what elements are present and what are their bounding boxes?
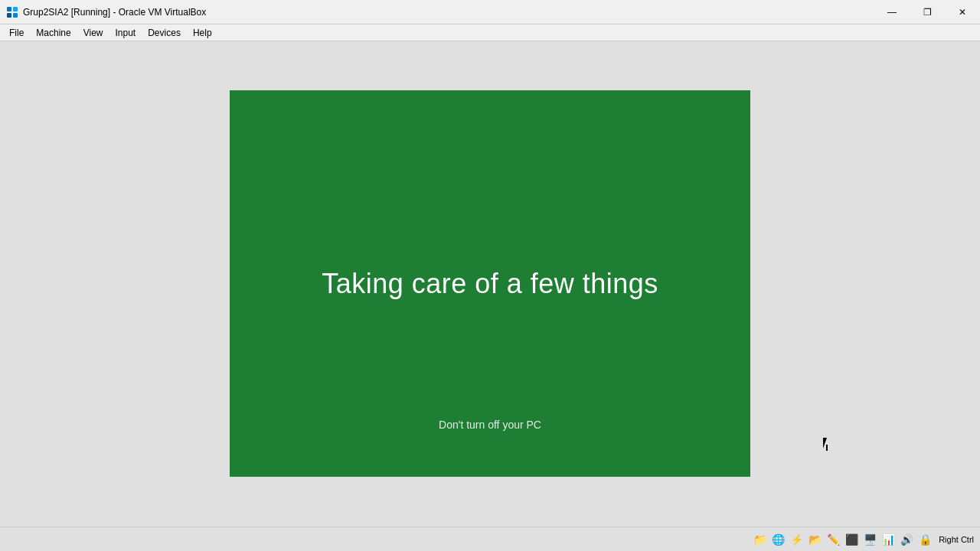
menu-view[interactable]: View [77, 26, 109, 40]
vm-main-text: Taking care of a few things [322, 268, 658, 300]
menu-help[interactable]: Help [187, 26, 218, 40]
svg-rect-1 [13, 7, 18, 11]
taskbar-icon-6[interactable]: ⬛ [844, 532, 859, 547]
menu-file[interactable]: File [3, 26, 30, 40]
vm-screen[interactable]: Taking care of a few things Don't turn o… [230, 90, 750, 477]
close-button[interactable]: ✕ [945, 0, 980, 24]
taskbar-icon-2[interactable]: 🌐 [770, 532, 786, 547]
restore-button[interactable]: ❐ [910, 0, 945, 24]
menu-input[interactable]: Input [109, 26, 142, 40]
taskbar-icon-1[interactable]: 📁 [752, 532, 767, 547]
virtualbox-icon [6, 6, 18, 18]
svg-rect-2 [7, 13, 11, 18]
menu-bar: File Machine View Input Devices Help [0, 24, 980, 41]
svg-rect-0 [7, 7, 11, 11]
minimize-button[interactable]: — [874, 0, 910, 24]
taskbar-icon-10[interactable]: 🔒 [917, 532, 933, 547]
title-bar-left: Grup2SIA2 [Running] - Oracle VM VirtualB… [6, 6, 206, 18]
taskbar-right: 📁 🌐 ⚡ 📂 ✏️ ⬛ 🖥️ 📊 🔊 🔒 Right Ctrl [752, 532, 977, 547]
right-ctrl-label: Right Ctrl [936, 535, 977, 544]
taskbar-icon-8[interactable]: 📊 [880, 532, 896, 547]
mouse-cursor [823, 438, 832, 452]
window-title: Grup2SIA2 [Running] - Oracle VM VirtualB… [23, 7, 206, 18]
vm-sub-text: Don't turn off your PC [439, 419, 541, 431]
title-bar: Grup2SIA2 [Running] - Oracle VM VirtualB… [0, 0, 980, 24]
menu-machine[interactable]: Machine [30, 26, 77, 40]
taskbar-icon-3[interactable]: ⚡ [789, 532, 804, 547]
menu-devices[interactable]: Devices [142, 26, 187, 40]
taskbar-icon-4[interactable]: 📂 [807, 532, 822, 547]
title-bar-controls: — ❐ ✕ [874, 0, 980, 24]
taskbar-icon-9[interactable]: 🔊 [899, 532, 914, 547]
taskbar-icon-5[interactable]: ✏️ [825, 532, 841, 547]
main-content: Taking care of a few things Don't turn o… [0, 41, 980, 526]
taskbar-icon-7[interactable]: 🖥️ [862, 532, 877, 547]
taskbar: 📁 🌐 ⚡ 📂 ✏️ ⬛ 🖥️ 📊 🔊 🔒 Right Ctrl [0, 527, 980, 551]
svg-rect-3 [13, 13, 18, 18]
